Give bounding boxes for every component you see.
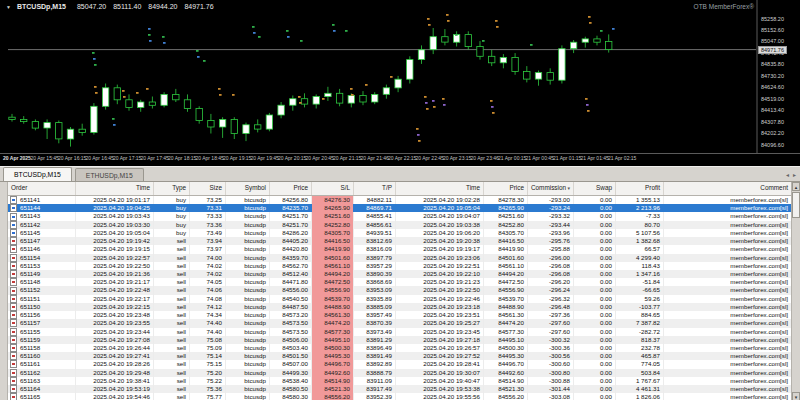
history-row[interactable]: 6511602025.04.20 19:27:41sell75.14btcusd… bbox=[8, 352, 792, 360]
cell-tp: 83885.09 bbox=[354, 303, 396, 311]
column-header-sl[interactable]: S/L bbox=[312, 182, 354, 195]
history-row[interactable]: 6511462025.04.20 19:19:15sell73.97btcusd… bbox=[8, 245, 792, 253]
cell-commission: -293.44 bbox=[528, 221, 574, 229]
cell-order: 651154 bbox=[8, 254, 76, 262]
cell-open-price: 84580.50 bbox=[270, 385, 312, 393]
cell-tp: 83917.49 bbox=[354, 385, 396, 393]
column-header-price[interactable]: Price bbox=[270, 182, 312, 195]
chart-titlebar: ▼ BTCUSDp,M15 85047.20 85111.40 84944.20… bbox=[6, 3, 214, 10]
column-header-order[interactable]: Order bbox=[8, 182, 76, 195]
cell-open-time: 2025.04.20 19:23:48 bbox=[76, 311, 154, 319]
scroll-up-icon[interactable]: ▴ bbox=[792, 182, 800, 191]
cell-tp: 83952.39 bbox=[354, 393, 396, 400]
cell-order: 651143 bbox=[8, 212, 76, 220]
cell-size: 75.15 bbox=[190, 360, 226, 368]
cell-close-time: 2025.04.20 19:25:27 bbox=[396, 319, 484, 327]
history-row[interactable]: 6511582025.04.20 19:26:44sell75.09btcusd… bbox=[8, 344, 792, 352]
history-row[interactable]: 6511542025.04.20 19:22:57sell74.00btcusd… bbox=[8, 254, 792, 262]
cell-sl: 84500.30 bbox=[312, 344, 354, 352]
cell-sl: 84252.80 bbox=[312, 221, 354, 229]
column-header-time[interactable]: Time bbox=[76, 182, 154, 195]
history-row[interactable]: 6511572025.04.20 19:23:55sell74.40btcusd… bbox=[8, 319, 792, 327]
history-row[interactable]: 6511642025.04.20 19:53:19sell75.36btcusd… bbox=[8, 385, 792, 393]
cell-swap: 0.00 bbox=[574, 278, 616, 286]
history-row[interactable]: 6511412025.04.20 19:01:17buy73.25btcusdp… bbox=[8, 196, 792, 204]
history-row[interactable]: 6511622025.04.20 19:29:48sell75.20btcusd… bbox=[8, 369, 792, 377]
order-doc-icon bbox=[10, 196, 17, 204]
tab-scroll-right-icon[interactable]: ▸ bbox=[793, 171, 796, 178]
cell-profit: -7.33 bbox=[616, 212, 664, 220]
column-header-symbol[interactable]: Symbol bbox=[226, 182, 270, 195]
cell-size: 74.06 bbox=[190, 286, 226, 294]
cell-profit: 774.05 bbox=[616, 360, 664, 368]
history-row[interactable]: 6511522025.04.20 19:22:48sell74.06btcusd… bbox=[8, 286, 792, 294]
column-header-comment[interactable]: Comment bbox=[664, 182, 792, 195]
tab-ethusdp-m15[interactable]: ETHUSDp,M15 bbox=[75, 168, 144, 182]
cell-close-price: 84500.30 bbox=[484, 344, 528, 352]
column-header-size[interactable]: Size bbox=[190, 182, 226, 195]
vertical-scrollbar[interactable]: ▴ ▾ bbox=[791, 182, 800, 400]
scrollbar-thumb[interactable] bbox=[792, 192, 800, 218]
cell-close-price: 84561.30 bbox=[484, 311, 528, 319]
history-row[interactable]: 6511632025.04.20 19:38:41sell75.22btcusd… bbox=[8, 377, 792, 385]
history-row[interactable]: 6511652025.04.20 19:54:46sell75.77btcusd… bbox=[8, 393, 792, 400]
cell-order: 651141 bbox=[8, 196, 76, 204]
column-header-commission[interactable]: Commission ▾ bbox=[528, 182, 574, 195]
cell-swap: 0.00 bbox=[574, 336, 616, 344]
history-row[interactable]: 6511472025.04.20 19:19:42sell73.94btcusd… bbox=[8, 237, 792, 245]
tab-btcusdp-m15[interactable]: BTCUSDp,M15 bbox=[3, 167, 72, 182]
column-header-time[interactable]: Time bbox=[396, 182, 484, 195]
cell-order: 651155 bbox=[8, 328, 76, 336]
chart-symbol-label[interactable]: BTCUSDp,M15 bbox=[17, 3, 66, 10]
cell-comment: memberforex.com[sl] bbox=[664, 344, 792, 352]
history-row[interactable]: 6511502025.04.20 19:22:15sell74.12btcusd… bbox=[8, 303, 792, 311]
cell-comment: memberforex.com[sl] bbox=[664, 262, 792, 270]
cell-open-price: 84573.50 bbox=[270, 328, 312, 336]
scroll-down-icon[interactable]: ▾ bbox=[792, 392, 800, 400]
price-tick-label: 84624.60 bbox=[761, 84, 784, 90]
column-header-swap[interactable]: Swap bbox=[574, 182, 616, 195]
history-row[interactable]: 6511552025.04.20 19:23:44sell74.40btcusd… bbox=[8, 328, 792, 336]
candlestick-chart[interactable] bbox=[0, 0, 800, 154]
column-header-price[interactable]: Price bbox=[484, 182, 528, 195]
history-row[interactable]: 6511612025.04.20 19:28:26sell75.15btcusd… bbox=[8, 360, 792, 368]
history-row[interactable]: 6511592025.04.20 19:27:08sell75.08btcusd… bbox=[8, 336, 792, 344]
tab-scroll-left-icon[interactable]: ◂ bbox=[786, 171, 789, 178]
order-doc-icon bbox=[10, 328, 17, 336]
cell-sl: 84474.20 bbox=[312, 319, 354, 327]
cell-type: sell bbox=[154, 328, 190, 336]
history-row[interactable]: 6511482025.04.20 19:21:17sell74.05btcusd… bbox=[8, 278, 792, 286]
chart-dropdown-icon[interactable]: ▼ bbox=[6, 4, 11, 10]
cell-tp: 83888.79 bbox=[354, 369, 396, 377]
history-row[interactable]: 6511422025.04.20 19:03:30buy73.36btcusdp… bbox=[8, 221, 792, 229]
chart-panel[interactable]: ▼ BTCUSDp,M15 85047.20 85111.40 84944.20… bbox=[0, 0, 800, 166]
history-row[interactable]: 6511452025.04.20 19:05:04buy73.49btcusdp… bbox=[8, 229, 792, 237]
history-row[interactable]: 6511432025.04.20 19:03:43buy73.33btcusdp… bbox=[8, 212, 792, 220]
cell-open-price: 84503.40 bbox=[270, 344, 312, 352]
cell-sl: 84472.50 bbox=[312, 278, 354, 286]
cell-profit: 5 107.56 bbox=[616, 229, 664, 237]
cell-comment: memberforex.com[sl] bbox=[664, 278, 792, 286]
column-header-profit[interactable]: Profit bbox=[616, 182, 664, 195]
history-row[interactable]: 6511532025.04.20 19:22:50sell74.02btcusd… bbox=[8, 262, 792, 270]
cell-profit: 465.87 bbox=[616, 352, 664, 360]
cell-close-time: 2025.04.20 19:28:41 bbox=[396, 360, 484, 368]
cell-type: sell bbox=[154, 254, 190, 262]
time-tick-label: 21 Apr 01:15 bbox=[553, 155, 581, 161]
time-tick-label: 20 Apr 20:45 bbox=[306, 155, 334, 161]
cell-sl: 84521.30 bbox=[312, 385, 354, 393]
cell-type: sell bbox=[154, 311, 190, 319]
column-header-type[interactable]: Type bbox=[154, 182, 190, 195]
cell-close-time: 2025.04.20 19:20:38 bbox=[396, 237, 484, 245]
history-row[interactable]: 6511562025.04.20 19:23:48sell74.34btcusd… bbox=[8, 311, 792, 319]
cell-size: 74.40 bbox=[190, 328, 226, 336]
column-header-tp[interactable]: T/P bbox=[354, 182, 396, 195]
time-tick-label: 20 Apr 23:46 bbox=[471, 155, 499, 161]
history-row[interactable]: 6511442025.04.20 19:04:25buy73.31btcusdp… bbox=[8, 204, 792, 212]
cell-size: 73.49 bbox=[190, 229, 226, 237]
history-row[interactable]: 6511512025.04.20 19:22:17sell74.08btcusd… bbox=[8, 295, 792, 303]
cell-size: 75.14 bbox=[190, 352, 226, 360]
order-doc-icon bbox=[10, 245, 17, 253]
chart-tabbar: BTCUSDp,M15 ETHUSDp,M15 ◂ ▸ bbox=[0, 166, 800, 182]
history-row[interactable]: 6511492025.04.20 19:21:36sell74.02btcusd… bbox=[8, 270, 792, 278]
